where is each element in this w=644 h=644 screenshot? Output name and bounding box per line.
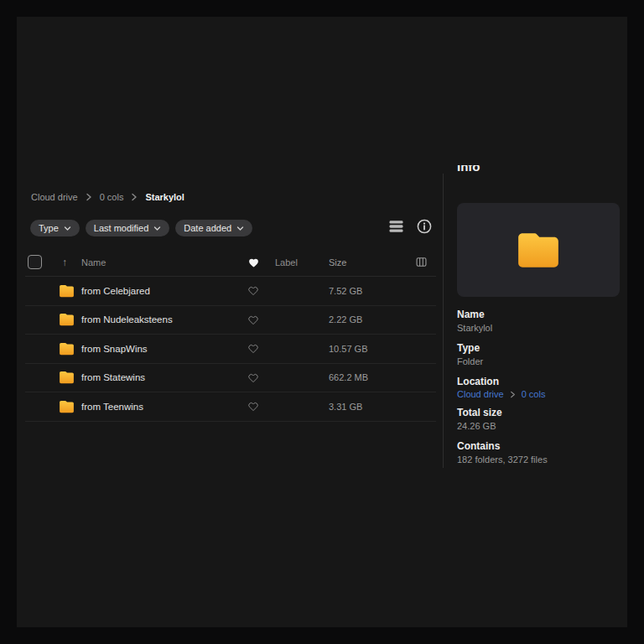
- filter-date-added-chip[interactable]: Date added: [175, 220, 252, 236]
- chevron-down-icon: [64, 226, 71, 231]
- filter-last-modified-label: Last modified: [94, 223, 148, 233]
- info-group-total-size: Total size 24.26 GB: [457, 407, 620, 433]
- location-link-0-cols[interactable]: 0 cols: [522, 389, 546, 399]
- column-header-size[interactable]: Size: [322, 257, 406, 267]
- screenshot-stage: Cloud drive 0 cols Starkylol Type Last m…: [0, 0, 644, 644]
- file-name: from Teenwins: [79, 402, 238, 412]
- file-name: from SnapWins: [79, 344, 238, 354]
- heart-outline-icon: [248, 344, 258, 353]
- breadcrumb-0-cols[interactable]: 0 cols: [100, 192, 124, 202]
- favorite-heart-icon: [248, 257, 259, 267]
- chevron-right-icon: [509, 390, 517, 399]
- heart-outline-icon: [248, 402, 258, 411]
- columns-icon: [415, 256, 428, 268]
- table-row[interactable]: from Statewins 662.2 MB: [25, 364, 436, 393]
- filter-type-label: Type: [39, 223, 59, 233]
- info-location-breadcrumb: Cloud drive 0 cols: [457, 389, 620, 399]
- folder-preview-card: [457, 203, 620, 297]
- table-row[interactable]: from SnapWins 10.57 GB: [25, 335, 436, 364]
- chevron-right-icon: [85, 192, 93, 202]
- folder-icon: [59, 313, 75, 326]
- favorite-toggle[interactable]: [238, 315, 268, 325]
- table-header-row: ↑ Name Label Size: [25, 248, 436, 277]
- favorite-toggle[interactable]: [238, 373, 268, 382]
- folder-icon: [59, 400, 75, 413]
- info-name-value: Starkylol: [457, 322, 620, 335]
- sort-ascending-icon[interactable]: ↑: [59, 257, 79, 268]
- panel-divider: [443, 174, 444, 468]
- folder-icon-large: [516, 231, 561, 269]
- folder-icon: [59, 342, 75, 356]
- folder-icon: [59, 284, 75, 298]
- file-size: 3.31 GB: [322, 402, 406, 412]
- filter-type-chip[interactable]: Type: [30, 220, 80, 236]
- file-size: 2.22 GB: [322, 314, 406, 325]
- info-toggle-button[interactable]: [415, 217, 434, 236]
- favorite-toggle[interactable]: [238, 286, 268, 295]
- file-name: from Statewins: [79, 372, 238, 382]
- filter-date-added-label: Date added: [184, 223, 231, 233]
- breadcrumb-current-folder: Starkylol: [145, 192, 184, 202]
- file-name: from Celebjared: [79, 286, 238, 296]
- file-size: 10.57 GB: [322, 344, 406, 354]
- file-size: 7.52 GB: [322, 286, 406, 296]
- chevron-right-icon: [130, 192, 138, 202]
- info-total-size-value: 24.26 GB: [457, 420, 620, 433]
- list-view-icon: [389, 220, 403, 233]
- info-type-label: Type: [457, 342, 620, 355]
- info-group-type: Type Folder: [457, 342, 620, 368]
- info-location-label: Location: [457, 376, 620, 388]
- info-type-value: Folder: [457, 356, 620, 368]
- column-header-name[interactable]: Name: [79, 257, 238, 267]
- favorite-toggle[interactable]: [238, 402, 268, 411]
- heart-outline-icon: [248, 286, 258, 295]
- info-total-size-label: Total size: [457, 407, 620, 419]
- table-row[interactable]: from Nudeleaksteens 2.22 GB: [25, 306, 436, 335]
- heart-outline-icon: [248, 373, 258, 382]
- heart-outline-icon: [248, 315, 258, 325]
- column-header-favorite[interactable]: [238, 257, 268, 267]
- info-contains-value: 182 folders, 3272 files: [457, 454, 620, 466]
- info-panel-title: Info: [457, 165, 620, 174]
- info-group-name: Name Starkylol: [457, 309, 620, 335]
- breadcrumb: Cloud drive 0 cols Starkylol: [31, 190, 184, 204]
- column-settings-button[interactable]: [406, 256, 436, 268]
- chevron-down-icon: [236, 226, 244, 231]
- filter-chip-row: Type Last modified Date added: [30, 220, 252, 236]
- column-header-label[interactable]: Label: [268, 257, 322, 267]
- info-panel: Info Name Starkylol Type Folder Location…: [457, 165, 620, 466]
- chevron-down-icon: [153, 226, 161, 231]
- table-row[interactable]: from Teenwins 3.31 GB: [25, 392, 436, 422]
- folder-icon: [59, 371, 75, 384]
- info-panel-title-clipped: Info: [457, 165, 620, 176]
- info-name-label: Name: [457, 309, 620, 321]
- info-circle-icon: [417, 219, 432, 234]
- breadcrumb-cloud-drive[interactable]: Cloud drive: [31, 192, 78, 202]
- location-link-cloud-drive[interactable]: Cloud drive: [457, 389, 504, 399]
- file-size: 662.2 MB: [322, 372, 406, 382]
- view-toolbar: [387, 217, 434, 236]
- info-group-location: Location Cloud drive 0 cols: [457, 376, 620, 399]
- file-table: ↑ Name Label Size: [25, 248, 436, 422]
- filter-last-modified-chip[interactable]: Last modified: [86, 220, 169, 236]
- select-all-checkbox[interactable]: [28, 255, 42, 269]
- info-contains-label: Contains: [457, 440, 620, 453]
- favorite-toggle[interactable]: [238, 344, 268, 353]
- file-name: from Nudeleaksteens: [79, 314, 238, 325]
- table-row[interactable]: from Celebjared 7.52 GB: [25, 277, 436, 306]
- list-view-button[interactable]: [387, 217, 405, 236]
- info-group-contains: Contains 182 folders, 3272 files: [457, 440, 620, 466]
